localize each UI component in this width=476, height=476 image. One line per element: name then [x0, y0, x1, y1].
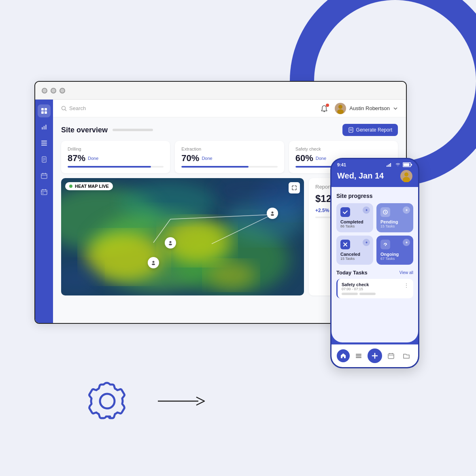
ongoing-icon	[380, 240, 390, 249]
svg-rect-7	[41, 140, 47, 142]
task-item: Safety check 07:00 - 07:15 ⋮	[336, 279, 413, 298]
notification-badge	[326, 104, 329, 107]
completed-arrow	[363, 206, 370, 214]
sidebar-item-grid[interactable]	[38, 104, 51, 117]
svg-point-48	[152, 264, 155, 265]
search-icon	[61, 106, 67, 111]
generate-report-button[interactable]: Generate Report	[342, 124, 398, 136]
svg-rect-4	[42, 127, 43, 130]
svg-rect-67	[388, 354, 394, 359]
report-change-value: +2.5%	[315, 208, 329, 213]
heatmap-container: HEAT MAP LIVE	[61, 178, 304, 295]
svg-rect-57	[411, 164, 412, 166]
phone-status-bar: 9:41	[332, 159, 418, 169]
stat-done-extraction: Done	[202, 156, 212, 161]
stat-done-safety: Done	[316, 156, 326, 161]
phone-body: Site progress Completed 86 Tasks	[332, 187, 418, 342]
location-pin-1	[267, 208, 278, 219]
svg-rect-0	[41, 108, 44, 110]
progress-grid: Completed 86 Tasks Pending 15 Tasks	[336, 203, 413, 265]
svg-rect-9	[41, 144, 47, 146]
svg-point-44	[271, 214, 274, 216]
today-tasks-title: Today Tasks	[336, 270, 368, 276]
nav-list-icon[interactable]	[352, 349, 365, 362]
task-name: Safety check	[342, 282, 369, 287]
task-time: 07:00 - 07:15	[342, 287, 369, 291]
svg-rect-5	[44, 126, 45, 130]
stat-card-extraction: Extraction 70% Done	[175, 141, 284, 173]
ongoing-arrow	[403, 239, 410, 246]
svg-rect-54	[389, 164, 390, 167]
phone-header: Wed, Jan 14	[332, 169, 418, 187]
stat-card-drilling: Drilling 87% Done	[61, 141, 170, 173]
browser-dot-1	[42, 88, 47, 94]
sidebar-item-table[interactable]	[38, 137, 51, 150]
stat-value-drilling: 87%	[68, 153, 85, 164]
user-name: Austin Robertson	[349, 105, 390, 111]
browser-titlebar	[35, 82, 406, 100]
svg-rect-55	[390, 163, 391, 167]
svg-rect-14	[41, 174, 47, 178]
overview-header: Site overview Generate Report	[61, 124, 398, 136]
generate-btn-label: Generate Report	[356, 127, 392, 133]
svg-point-59	[404, 172, 408, 176]
nav-home-icon[interactable]	[337, 349, 350, 362]
user-avatar	[335, 103, 346, 114]
top-header: Search	[53, 100, 406, 117]
page-title: Site overview	[61, 126, 108, 134]
svg-point-23	[62, 106, 66, 110]
phone-user-avatar	[400, 170, 412, 182]
canceled-icon	[340, 240, 350, 249]
svg-rect-62	[356, 354, 361, 355]
svg-point-71	[100, 394, 115, 408]
svg-point-46	[169, 244, 172, 245]
bell-icon[interactable]	[319, 103, 330, 114]
svg-point-25	[324, 111, 325, 112]
sidebar-item-chart[interactable]	[38, 121, 51, 134]
search-bar[interactable]: Search	[61, 105, 86, 111]
sidebar	[35, 100, 53, 323]
svg-rect-18	[41, 190, 47, 195]
phone-mockup: 9:41 Wed, Jan 14	[330, 158, 419, 368]
stat-bar-fill-extraction	[181, 166, 249, 168]
svg-point-26	[338, 105, 342, 109]
svg-point-22	[42, 193, 44, 194]
gear-section	[81, 375, 206, 427]
progress-card-ongoing[interactable]: Ongoing 67 Tasks	[376, 236, 413, 265]
progress-card-canceled[interactable]: Canceled 15 Tasks	[336, 236, 373, 265]
report-icon	[348, 127, 354, 133]
phone-time: 9:41	[337, 162, 346, 167]
svg-point-45	[170, 241, 172, 243]
progress-card-completed[interactable]: Completed 86 Tasks	[336, 203, 373, 232]
sidebar-item-calendar[interactable]	[38, 169, 51, 182]
user-info: Austin Robertson	[335, 103, 398, 114]
svg-rect-1	[45, 108, 47, 110]
browser-dot-3	[60, 88, 65, 94]
nav-add-button[interactable]	[368, 348, 382, 363]
completed-title: Completed	[340, 219, 369, 224]
signal-icon	[387, 163, 393, 167]
canceled-subtitle: 15 Tasks	[340, 257, 369, 261]
task-tags	[342, 293, 409, 295]
sidebar-item-document[interactable]	[38, 153, 51, 166]
completed-icon	[340, 207, 350, 217]
heatmap-expand-button[interactable]	[289, 182, 300, 193]
stat-bar-fill-drilling	[68, 166, 151, 168]
task-tag-1	[342, 293, 358, 295]
overview-title: Site overview	[61, 126, 153, 134]
nav-folder-icon[interactable]	[400, 349, 413, 362]
phone-bottom-nav	[332, 344, 418, 367]
chevron-down-icon	[393, 106, 398, 111]
sidebar-item-calendar2[interactable]	[38, 185, 51, 198]
task-menu-icon[interactable]: ⋮	[404, 282, 409, 289]
pending-arrow	[403, 206, 410, 214]
nav-calendar-icon[interactable]	[385, 349, 397, 362]
gear-icon	[81, 375, 134, 427]
view-all-link[interactable]: View all	[400, 270, 413, 275]
live-dot	[69, 185, 72, 188]
pending-subtitle: 15 Tasks	[380, 224, 409, 228]
stat-label-safety: Safety check	[295, 147, 391, 151]
progress-card-pending[interactable]: Pending 15 Tasks	[376, 203, 413, 232]
svg-rect-2	[41, 111, 44, 114]
pending-title: Pending	[380, 219, 409, 224]
